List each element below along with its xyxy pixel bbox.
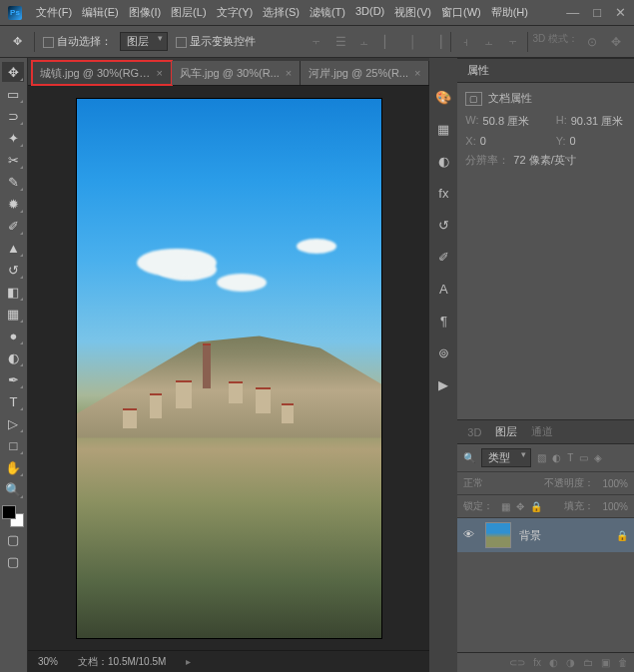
character-panel-icon[interactable]: A xyxy=(434,280,452,298)
pen-tool[interactable]: ✒ xyxy=(2,369,24,389)
lock-all-icon[interactable]: 🔒 xyxy=(530,501,542,512)
opacity-value[interactable]: 100% xyxy=(602,478,628,489)
link-layers-icon[interactable]: ⊂⊃ xyxy=(509,657,525,668)
menu-编辑(E)[interactable]: 编辑(E) xyxy=(78,5,123,20)
brush-panel-icon[interactable]: ✐ xyxy=(434,248,452,266)
menu-帮助(H)[interactable]: 帮助(H) xyxy=(487,5,532,20)
menu-视图(V)[interactable]: 视图(V) xyxy=(390,5,435,20)
delete-layer-icon[interactable]: 🗑 xyxy=(618,657,628,668)
rectangle-tool[interactable]: □ xyxy=(2,435,24,455)
adjustments-panel-icon[interactable]: ◐ xyxy=(434,152,452,170)
status-dropdown-icon[interactable]: ▸ xyxy=(186,656,191,667)
menu-选择(S)[interactable]: 选择(S) xyxy=(259,5,304,20)
menu-文字(Y)[interactable]: 文字(Y) xyxy=(213,5,258,20)
align-right-icon[interactable]: ▕ xyxy=(426,32,446,52)
align-vcenter-icon[interactable]: ☰ xyxy=(330,32,350,52)
menu-图像(I)[interactable]: 图像(I) xyxy=(125,5,165,20)
distribute-3-icon[interactable]: ⫟ xyxy=(503,32,523,52)
layer-name-label[interactable]: 背景 xyxy=(519,528,541,543)
layer-item-background[interactable]: 👁 背景 🔒 xyxy=(457,518,634,552)
minimize-button[interactable]: — xyxy=(566,5,579,20)
quick-mask-icon[interactable]: ▢ xyxy=(2,529,24,549)
align-top-icon[interactable]: ⫟ xyxy=(307,32,326,52)
actions-panel-icon[interactable]: ▶ xyxy=(434,375,452,393)
cc-panel-icon[interactable]: ⊚ xyxy=(434,343,452,361)
history-brush-tool[interactable]: ↺ xyxy=(2,260,24,280)
fill-value[interactable]: 100% xyxy=(602,501,628,512)
layer-kind-dropdown[interactable]: 类型 xyxy=(481,448,531,467)
tab-close-icon[interactable]: × xyxy=(414,67,420,79)
adjustment-layer-icon[interactable]: ◑ xyxy=(566,657,575,668)
tab-3d[interactable]: 3D xyxy=(465,426,483,438)
crop-tool[interactable]: ✂ xyxy=(2,150,24,170)
visibility-eye-icon[interactable]: 👁 xyxy=(463,528,477,542)
tab-properties[interactable]: 属性 xyxy=(465,63,491,78)
lock-position-icon[interactable]: ✥ xyxy=(516,501,524,512)
menu-文件(F)[interactable]: 文件(F) xyxy=(32,5,76,20)
current-tool-icon[interactable]: ✥ xyxy=(8,33,26,51)
distribute-v-icon[interactable]: ⫠ xyxy=(479,32,499,52)
tab-channels[interactable]: 通道 xyxy=(529,424,555,439)
swatches-panel-icon[interactable]: ▦ xyxy=(434,120,452,138)
document-tab[interactable]: 城镇.jpg @ 30%(RGB/8#) *× xyxy=(32,61,172,85)
magic-wand-tool[interactable]: ✦ xyxy=(2,128,24,148)
path-selection-tool[interactable]: ▷ xyxy=(2,413,24,433)
align-hcenter-icon[interactable]: │ xyxy=(402,32,422,52)
blur-tool[interactable]: ● xyxy=(2,326,24,345)
distribute-h-icon[interactable]: ⫞ xyxy=(455,32,475,52)
filter-type-icon[interactable]: T xyxy=(567,452,573,463)
gradient-tool[interactable]: ▦ xyxy=(2,304,24,324)
lock-pixels-icon[interactable]: ▦ xyxy=(501,501,510,512)
tab-layers[interactable]: 图层 xyxy=(493,424,519,439)
eyedropper-tool[interactable]: ✎ xyxy=(2,172,24,192)
layer-mask-icon[interactable]: ◐ xyxy=(549,657,558,668)
brush-tool[interactable]: ✐ xyxy=(2,216,24,236)
color-panel-icon[interactable]: 🎨 xyxy=(434,88,452,106)
move-tool[interactable]: ✥ xyxy=(2,62,24,82)
dodge-tool[interactable]: ◐ xyxy=(2,347,24,367)
menu-滤镜(T)[interactable]: 滤镜(T) xyxy=(306,5,349,20)
marquee-tool[interactable]: ▭ xyxy=(2,84,24,104)
tab-close-icon[interactable]: × xyxy=(286,67,292,79)
document-tab[interactable]: 风车.jpg @ 30%(R...× xyxy=(172,61,301,85)
hand-tool[interactable]: ✋ xyxy=(2,457,24,477)
menu-图层(L)[interactable]: 图层(L) xyxy=(167,5,210,20)
eraser-tool[interactable]: ◧ xyxy=(2,282,24,302)
doc-size-info[interactable]: 文档：10.5M/10.5M xyxy=(78,655,166,669)
align-left-icon[interactable]: ▏ xyxy=(378,32,398,52)
3d-orbit-icon[interactable]: ⊙ xyxy=(582,32,602,52)
show-transform-checkbox[interactable]: 显示变换控件 xyxy=(176,34,256,49)
auto-select-checkbox[interactable]: 自动选择： xyxy=(43,34,112,49)
close-button[interactable]: ✕ xyxy=(615,5,626,20)
paragraph-panel-icon[interactable]: ¶ xyxy=(434,312,452,330)
menu-3D(D)[interactable]: 3D(D) xyxy=(351,5,388,20)
lasso-tool[interactable]: ⊃ xyxy=(2,106,24,126)
zoom-tool[interactable]: 🔍 xyxy=(2,479,24,499)
align-bottom-icon[interactable]: ⫠ xyxy=(354,32,374,52)
new-layer-icon[interactable]: ▣ xyxy=(601,657,610,668)
tab-close-icon[interactable]: × xyxy=(157,67,163,79)
healing-brush-tool[interactable]: ✹ xyxy=(2,194,24,214)
filter-adjust-icon[interactable]: ◐ xyxy=(552,452,561,463)
menu-窗口(W)[interactable]: 窗口(W) xyxy=(437,5,485,20)
history-panel-icon[interactable]: ↺ xyxy=(434,216,452,234)
3d-pan-icon[interactable]: ✥ xyxy=(606,32,626,52)
filter-smart-icon[interactable]: ◈ xyxy=(594,452,602,463)
canvas-area[interactable] xyxy=(28,86,430,650)
filter-pixel-icon[interactable]: ▧ xyxy=(537,452,546,463)
maximize-button[interactable]: □ xyxy=(593,5,601,20)
filter-shape-icon[interactable]: ▭ xyxy=(579,452,588,463)
blend-mode-dropdown[interactable]: 正常 xyxy=(463,476,483,490)
screen-mode-icon[interactable]: ▢ xyxy=(2,551,24,571)
document-tab[interactable]: 河岸.jpg @ 25%(R...× xyxy=(301,61,429,85)
clone-stamp-tool[interactable]: ▲ xyxy=(2,238,24,258)
layer-thumbnail[interactable] xyxy=(485,522,511,548)
filter-kind-icon[interactable]: 🔍 xyxy=(463,452,475,463)
color-swatch[interactable] xyxy=(2,505,24,527)
layer-fx-icon[interactable]: fx xyxy=(533,657,541,668)
layer-group-icon[interactable]: 🗀 xyxy=(583,657,593,668)
zoom-level[interactable]: 30% xyxy=(38,656,58,667)
auto-select-dropdown[interactable]: 图层 xyxy=(120,32,168,51)
styles-panel-icon[interactable]: fx xyxy=(434,184,452,202)
type-tool[interactable]: T xyxy=(2,391,24,411)
